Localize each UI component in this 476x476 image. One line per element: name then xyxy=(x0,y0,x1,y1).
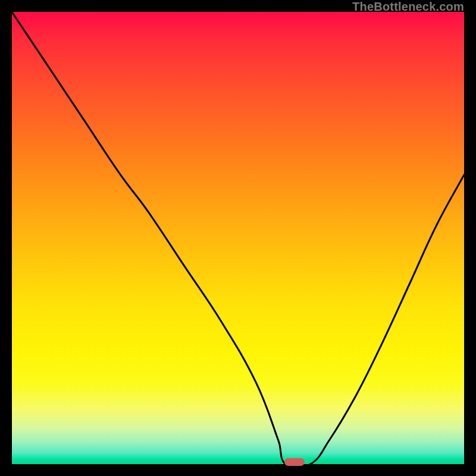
watermark-text: TheBottleneck.com xyxy=(352,0,464,14)
chart-plot-area xyxy=(12,12,464,464)
bottleneck-curve xyxy=(12,12,464,464)
chart-frame: TheBottleneck.com xyxy=(0,0,476,476)
optimal-range-marker xyxy=(284,458,305,466)
